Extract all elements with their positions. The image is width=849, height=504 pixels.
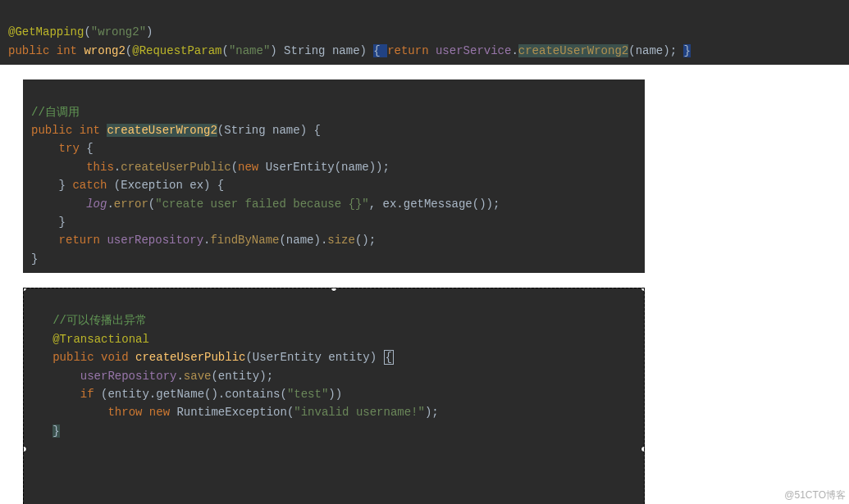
code-line: } catch (Exception ex) { [31,179,224,192]
code-line: @Transactional [32,333,149,346]
code-line: public int wrong2(@RequestParam("name") … [8,44,691,57]
code-line: if (entity.getName().contains("test")) [32,388,342,401]
comment: //自调用 [31,106,80,119]
code-line: public void createUserPublic(UserEntity … [32,350,394,365]
selection-handle[interactable] [23,288,27,292]
code-block-controller: @GetMapping("wrong2") public int wrong2(… [0,0,849,65]
code-block-transactional[interactable]: //可以传播出异常 @Transactional public void cre… [23,288,645,504]
code-line: @GetMapping("wrong2") [8,25,153,39]
code-line: try { [31,142,94,155]
code-line: public int createUserWrong2(String name)… [31,124,321,137]
code-line: } [32,425,60,438]
code-line: } [31,216,66,229]
code-line: throw new RuntimeException("invalid user… [32,406,439,419]
code-line: userRepository.save(entity); [32,370,273,383]
comment: //可以传播出异常 [32,314,147,327]
caret: { [384,350,394,365]
selection-handle[interactable] [331,288,337,292]
code-line: this.createUserPublic(new UserEntity(nam… [31,161,390,174]
code-line: } [31,252,38,266]
code-line: return userRepository.findByName(name).s… [31,234,376,247]
method-call: createUserWrong2 [518,44,628,57]
code-block-service-method: //自调用 public int createUserWrong2(String… [23,79,645,273]
watermark: @51CTO博客 [784,488,846,502]
code-line: log.error("create user failed because {}… [31,198,500,211]
selection-handle[interactable] [641,446,645,452]
selection-handle[interactable] [23,446,27,452]
annotation: @GetMapping [8,25,84,39]
selection-handle[interactable] [641,288,645,292]
